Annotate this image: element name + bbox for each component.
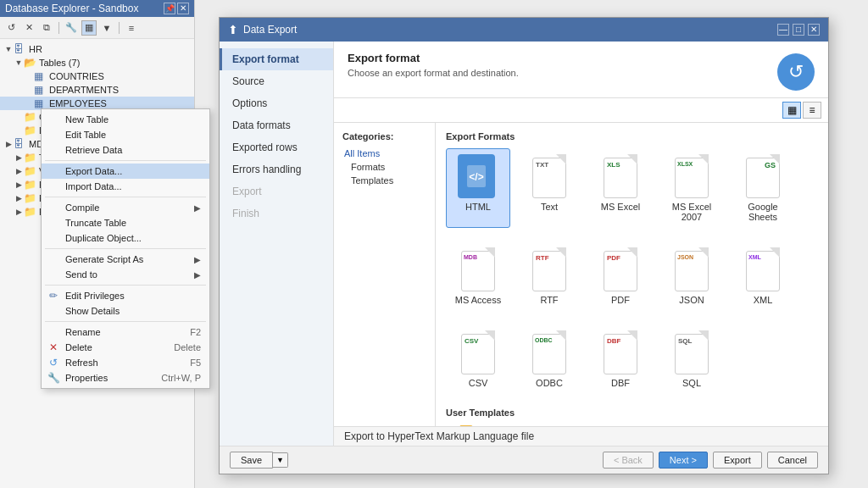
save-button[interactable]: Save — [230, 452, 273, 469]
tree-item-hr[interactable]: ▼ 🗄 HR — [0, 42, 194, 56]
copy-btn[interactable]: ⧉ — [39, 20, 54, 36]
export-header-desc: Choose an export format and destination. — [348, 68, 519, 78]
cancel-button[interactable]: Cancel — [767, 452, 818, 469]
folder-tab — [459, 425, 471, 426]
wizard-step-options[interactable]: Options — [220, 92, 333, 114]
list-view-btn[interactable]: ≡ — [803, 102, 821, 119]
menu-duplicate[interactable]: Duplicate Object... — [42, 230, 209, 246]
menu-truncate[interactable]: Truncate Table — [42, 215, 209, 230]
format-gs[interactable]: GS Google Sheets — [731, 148, 795, 228]
xls-icon-bg: XLS — [604, 158, 637, 198]
odbc-tag: ODBC — [535, 337, 553, 343]
menu-properties[interactable]: 🔧 Properties Ctrl+W, P — [42, 370, 209, 385]
db-explorer-pin-btn[interactable]: 📌 — [164, 3, 175, 14]
tree-label-countries: COUNTRIES — [49, 71, 104, 81]
menu-retrieve-data[interactable]: Retrieve Data — [42, 142, 209, 158]
export-button[interactable]: Export — [713, 452, 762, 469]
grid-view-btn[interactable]: ▦ — [782, 102, 801, 119]
tree-label-tables: Tables (7) — [39, 58, 80, 68]
menu-export-data[interactable]: Export Data... — [42, 164, 209, 179]
tree-arrow-mdsys-funcs: ▶ — [14, 208, 24, 216]
menu-sep-1 — [45, 160, 206, 161]
category-all-items[interactable]: All Items — [337, 147, 431, 160]
txt-icon-bg: TXT — [532, 158, 566, 198]
format-odbc[interactable]: ODBC ODBC — [517, 324, 581, 394]
more-btn[interactable]: ≡ — [124, 20, 139, 36]
folder-icon-dblinks: 📁 — [24, 125, 37, 136]
db-icon-mdsys: 🗄 — [14, 138, 27, 150]
tree-item-countries[interactable]: ▶ ▦ COUNTRIES — [0, 69, 194, 83]
menu-generate-script[interactable]: Generate Script As ▶ — [42, 252, 209, 267]
menu-show-details[interactable]: Show Details — [42, 303, 209, 319]
menu-delete[interactable]: ✕ Delete Delete — [42, 340, 209, 355]
wizard-step-exported-rows[interactable]: Exported rows — [220, 136, 333, 158]
format-xml[interactable]: XML XML — [731, 241, 795, 311]
menu-refresh[interactable]: ↺ Refresh F5 — [42, 355, 209, 370]
rtf-icon-bg: RTF — [532, 251, 566, 291]
format-xlsx[interactable]: XLSX MS Excel 2007 — [659, 148, 724, 228]
format-gs-label: Google Sheets — [735, 202, 791, 222]
format-xlsx-label: MS Excel 2007 — [664, 202, 720, 222]
delete-btn[interactable]: ✕ — [21, 20, 36, 36]
dialog-minimize-btn[interactable]: — — [777, 24, 789, 36]
dbf-tag: DBF — [607, 337, 620, 345]
menu-gen-script-arrow: ▶ — [194, 255, 201, 264]
menu-import-data[interactable]: Import Data... — [42, 179, 209, 194]
save-dropdown-btn[interactable]: ▼ — [273, 452, 288, 468]
format-sql[interactable]: SQL SQL — [659, 324, 724, 394]
save-group: Save ▼ — [230, 452, 288, 469]
refresh-btn[interactable]: ↺ — [3, 20, 19, 36]
json-tag: JSON — [677, 254, 693, 260]
xls-tag: XLS — [607, 161, 620, 169]
sql-icon-wrapper: SQL — [671, 330, 712, 374]
tree-arrow-mdsys: ▶ — [3, 140, 14, 148]
tree-label-departments: DEPARTMENTS — [49, 85, 119, 95]
odbc-icon-bg: ODBC — [532, 334, 566, 374]
formats-section-title: Export Formats — [446, 131, 818, 141]
wizard-step-finish[interactable]: Finish — [220, 202, 333, 225]
menu-new-table[interactable]: New Table — [42, 112, 209, 127]
tool2-btn[interactable]: ▦ — [81, 20, 97, 36]
format-dbf[interactable]: DBF DBF — [588, 324, 653, 394]
xls-icon-wrapper: XLS — [600, 154, 641, 198]
gs-icon-bg: GS — [746, 158, 780, 198]
filter-btn[interactable]: ▼ — [99, 20, 114, 36]
format-json[interactable]: JSON JSON — [659, 241, 724, 311]
pdf-icon-wrapper: PDF — [600, 247, 641, 291]
menu-edit-table[interactable]: Edit Table — [42, 127, 209, 142]
menu-rename[interactable]: Rename F2 — [42, 324, 209, 340]
format-csv[interactable]: CSV CSV — [446, 324, 510, 394]
tree-item-departments[interactable]: ▶ ▦ DEPARTMENTS — [0, 83, 194, 97]
gs-tag: GS — [765, 161, 776, 169]
format-pdf[interactable]: PDF PDF — [588, 241, 653, 311]
refresh-icon: ↺ — [47, 356, 60, 369]
format-mdb[interactable]: MDB MS Access — [446, 241, 510, 311]
tree-arrow-mdsys-packages: ▶ — [14, 180, 24, 189]
format-txt[interactable]: TXT Text — [517, 148, 581, 228]
delete-icon: ✕ — [47, 341, 60, 354]
tool1-btn[interactable]: 🔧 — [64, 20, 79, 36]
wizard-step-source[interactable]: Source — [220, 70, 333, 92]
wizard-step-export[interactable]: Export — [220, 180, 333, 202]
category-formats[interactable]: Formats — [337, 160, 431, 174]
dialog-maximize-btn[interactable]: □ — [793, 24, 804, 36]
format-html[interactable]: </> HTML — [446, 148, 510, 228]
tree-arrow-mdsys-views: ▶ — [14, 167, 24, 175]
wizard-step-data-formats[interactable]: Data formats — [220, 114, 333, 136]
wizard-step-errors[interactable]: Errors handling — [220, 158, 333, 180]
format-xls[interactable]: XLS MS Excel — [588, 148, 653, 228]
db-explorer-close-btn[interactable]: ✕ — [177, 3, 189, 14]
folder-icon-mdsys-tables: 📁 — [24, 152, 37, 164]
menu-compile[interactable]: Compile ▶ — [42, 200, 209, 215]
tree-item-tables[interactable]: ▼ 📂 Tables (7) — [0, 56, 194, 69]
menu-edit-privileges[interactable]: ✏ Edit Privileges — [42, 288, 209, 303]
dialog-close-btn[interactable]: ✕ — [808, 24, 820, 36]
back-button[interactable]: < Back — [603, 452, 654, 469]
formats-panel: Export Formats </> — [436, 123, 828, 426]
format-json-label: JSON — [679, 295, 704, 305]
category-templates[interactable]: Templates — [337, 174, 431, 187]
menu-send-to[interactable]: Send to ▶ — [42, 267, 209, 282]
format-rtf[interactable]: RTF RTF — [517, 241, 581, 311]
wizard-step-export-format[interactable]: Export format — [220, 48, 333, 70]
next-button[interactable]: Next > — [659, 452, 708, 469]
